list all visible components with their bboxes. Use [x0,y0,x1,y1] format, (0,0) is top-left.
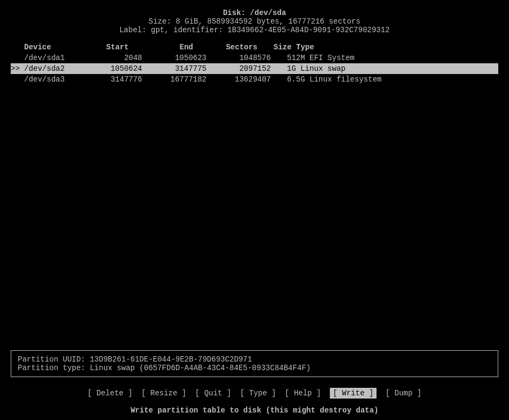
menu-resize[interactable]: [ Resize ] [141,389,186,397]
header-end: End [139,43,204,51]
disk-size-line: Size: 8 GiB, 8589934592 bytes, 16777216 … [0,17,509,26]
row-sectors-0: 1048576 [217,54,282,62]
disk-header: Disk: /dev/sda Size: 8 GiB, 8589934592 b… [0,5,509,36]
menu-dump[interactable]: [ Dump ] [386,389,422,397]
row-start-2: 3147776 [88,75,153,84]
partition-table: Device Start End Sectors Size Type /dev/… [0,42,509,85]
menu-type[interactable]: [ Type ] [240,389,276,397]
menu-delete[interactable]: [ Delete ] [87,389,132,397]
row-sectors-2: 13629407 [217,75,282,84]
row-start-0: 2048 [88,54,153,62]
header-size-type: Size Type [268,43,498,51]
status-bar: Write partition table to disk (this migh… [0,406,509,415]
row-size-type-0: 512M EFI System [282,54,498,62]
row-end-0: 1050623 [153,54,217,62]
row-sectors-1: 2097152 [217,64,282,73]
menu-write[interactable]: [ Write ] [330,388,377,399]
disk-label-line: Label: gpt, identifier: 1B349662-4E05-A8… [0,26,509,34]
header-device: Device [11,43,75,51]
info-line1: Partition UUID: 13D9B261-61DE-E044-9E2B-… [18,355,491,364]
status-text: Write partition table to disk (this migh… [130,406,378,415]
menu-help[interactable]: [ Help ] [285,389,321,397]
row-end-2: 16777182 [153,75,217,84]
screen: Disk: /dev/sda Size: 8 GiB, 8589934592 b… [0,0,509,420]
row-end-1: 3147775 [153,64,217,73]
header-start: Start [75,43,139,51]
table-header: Device Start End Sectors Size Type [11,42,498,53]
row-selector-2 [11,75,24,84]
table-row[interactable]: >> /dev/sda2 1050624 3147775 2097152 1G … [11,63,498,74]
menu-bar: [ Delete ] [ Resize ] [ Quit ] [ Type ] … [0,389,509,397]
row-device-2: /dev/sda3 [24,75,88,84]
table-row[interactable]: /dev/sda3 3147776 16777182 13629407 6.5G… [11,74,498,85]
row-size-type-2: 6.5G Linux filesystem [282,75,498,84]
info-line2: Partition type: Linux swap (0657FD6D-A4A… [18,364,491,372]
row-device-1: /dev/sda2 [24,64,88,73]
row-selector-0 [11,54,24,62]
row-selector-1: >> [11,64,24,73]
info-panel: Partition UUID: 13D9B261-61DE-E044-9E2B-… [11,350,498,377]
header-sectors: Sectors [204,43,268,51]
row-size-type-1: 1G Linux swap [282,64,498,73]
menu-quit[interactable]: [ Quit ] [195,389,231,397]
row-device-0: /dev/sda1 [24,54,88,62]
table-row[interactable]: /dev/sda1 2048 1050623 1048576 512M EFI … [11,53,498,63]
disk-title: Disk: /dev/sda [0,9,509,17]
row-start-1: 1050624 [88,64,153,73]
